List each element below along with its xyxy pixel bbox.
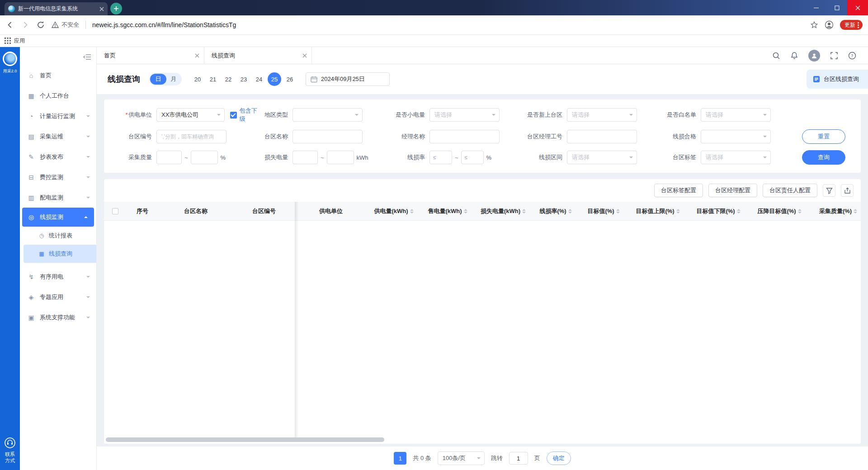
help-icon[interactable]: ?: [848, 52, 856, 60]
window-maximize-button[interactable]: [826, 0, 847, 15]
include-subordinate-checkbox[interactable]: 包含下级: [230, 107, 262, 123]
station-manager-config-button[interactable]: 台区经理配置: [708, 184, 757, 197]
browser-tab[interactable]: 新一代用电信息采集系统: [5, 2, 108, 15]
region-type-select[interactable]: [292, 108, 363, 122]
export-button[interactable]: [841, 184, 854, 197]
col-target-upper[interactable]: 目标值上限(%): [627, 202, 688, 220]
search-icon[interactable]: [772, 52, 780, 60]
sidebar-item-collection-ops[interactable]: ▤ 采集运维: [20, 126, 96, 147]
scrollbar-thumb[interactable]: [106, 437, 384, 442]
col-sold-power[interactable]: 售电量(kWh): [420, 202, 475, 220]
page-size-select[interactable]: 100条/页: [438, 451, 485, 465]
date-option[interactable]: 21: [206, 72, 220, 86]
confirm-button[interactable]: 确定: [547, 451, 571, 465]
sidebar-item-fee-control[interactable]: ⊟ 费控监测: [20, 167, 96, 187]
col-supply-power[interactable]: 供电量(kWh): [367, 202, 420, 220]
station-line-loss-query-chip[interactable]: 台区线损查询: [807, 70, 868, 89]
filter-station-no: 台区编号: [113, 130, 262, 143]
loss-power-max-input[interactable]: [327, 151, 354, 164]
content-tab-home[interactable]: 首页: [97, 47, 204, 64]
bookmark-star-icon[interactable]: [810, 21, 818, 29]
station-no-input[interactable]: [156, 130, 226, 143]
browser-tab-close-icon[interactable]: [99, 7, 104, 11]
supply-unit-select[interactable]: XX市供电公司: [156, 108, 225, 122]
sidebar-subitem-line-loss-query[interactable]: ▦ 线损查询: [24, 245, 96, 263]
jump-page-input[interactable]: [509, 452, 528, 465]
update-label: 更新: [844, 21, 855, 29]
sidebar-item-meter-reading[interactable]: ✎ 抄表发布: [20, 147, 96, 167]
window-close-button[interactable]: [847, 0, 868, 15]
date-option[interactable]: 20: [191, 72, 204, 86]
small-power-select[interactable]: 请选择: [429, 108, 500, 122]
content-tab-line-loss-query[interactable]: 线损查询: [204, 47, 312, 64]
sidebar-item-workbench[interactable]: ▦ 个人工作台: [20, 85, 96, 106]
station-tag-select[interactable]: 请选择: [701, 151, 771, 164]
sidebar-item-home[interactable]: ⌂ 首页: [20, 65, 96, 85]
loss-rate-min-input[interactable]: ≤: [429, 151, 452, 164]
apps-grid-icon[interactable]: [5, 38, 11, 44]
date-option[interactable]: 24: [252, 72, 266, 86]
sidebar-item-system-support[interactable]: ▣ 系统支撑功能: [20, 307, 96, 328]
browser-profile-icon[interactable]: [825, 20, 834, 29]
sidebar-item-special-apps[interactable]: ◈ 专题应用: [20, 287, 96, 307]
refresh-icon[interactable]: [36, 20, 45, 29]
manager-name-input[interactable]: [429, 130, 500, 143]
date-option[interactable]: 23: [237, 72, 250, 86]
manager-id-input[interactable]: [567, 130, 637, 143]
col-target-lower[interactable]: 目标值下限(%): [688, 202, 749, 220]
tab-close-icon[interactable]: [195, 53, 199, 58]
date-option[interactable]: 26: [283, 72, 297, 86]
browser-update-menu-button[interactable]: 更新: [840, 20, 863, 30]
loss-rate-max-input[interactable]: ≤: [461, 151, 484, 164]
col-collect-quality[interactable]: 采集质量(%): [810, 202, 866, 220]
whitelist-select[interactable]: 请选择: [701, 108, 771, 122]
station-tag-config-button[interactable]: 台区标签配置: [654, 184, 703, 197]
collect-quality-min-input[interactable]: [156, 151, 182, 164]
station-owner-config-button[interactable]: 台区责任人配置: [763, 184, 817, 197]
back-icon[interactable]: [5, 20, 14, 29]
chevron-down-icon: [763, 136, 767, 139]
url-text[interactable]: neweic.js.sgcc.com.cn/#/llm/line/Station…: [92, 21, 804, 28]
window-minimize-button[interactable]: [806, 0, 826, 15]
col-drop-target[interactable]: 压降目标值(%): [749, 202, 810, 220]
filter-region-type: 地区类型: [262, 108, 393, 122]
station-name-input[interactable]: [292, 130, 363, 143]
column-filter-button[interactable]: [823, 184, 835, 197]
new-tab-button[interactable]: [110, 3, 122, 14]
tab-close-icon[interactable]: [302, 53, 307, 58]
sidebar-item-metering-monitor[interactable]: ◔ 计量运行监测: [20, 106, 96, 126]
date-picker-input[interactable]: 2024年09月25日: [306, 72, 390, 86]
select-all-checkbox[interactable]: [112, 208, 118, 214]
sidebar-item-distribution-monitor[interactable]: ▥ 配电监测: [20, 187, 96, 208]
contact-block[interactable]: 联系 方式: [4, 437, 16, 464]
filter-collect-quality: 采集质量 ~ %: [113, 151, 262, 164]
filter-manager-name: 经理名称: [393, 130, 524, 143]
user-avatar[interactable]: [808, 50, 820, 62]
notification-bell-icon[interactable]: [790, 52, 798, 60]
sidebar-collapse-icon[interactable]: [83, 54, 91, 60]
security-chip[interactable]: 不安全: [52, 21, 79, 29]
sidebar-subitem-statistic-report[interactable]: ◷ 统计报表: [20, 227, 96, 245]
toggle-day[interactable]: 日: [150, 74, 166, 85]
sidebar-item-line-loss-monitor[interactable]: ◎ 线损监测: [22, 208, 94, 227]
col-loss-rate[interactable]: 线损率(%): [532, 202, 580, 220]
loss-power-min-input[interactable]: [292, 151, 318, 164]
toggle-month[interactable]: 月: [166, 75, 181, 83]
new-station-select[interactable]: 请选择: [567, 108, 637, 122]
col-target[interactable]: 目标值(%): [580, 202, 627, 220]
loss-qualified-select[interactable]: [701, 130, 771, 143]
reset-button[interactable]: 重置: [802, 129, 845, 144]
forward-icon[interactable]: [21, 20, 30, 29]
query-button[interactable]: 查询: [802, 150, 845, 165]
collect-quality-max-input[interactable]: [191, 151, 218, 164]
chevron-down-icon: [86, 136, 90, 139]
apps-bookmark-label[interactable]: 应用: [14, 37, 25, 45]
date-option-selected[interactable]: 25: [268, 72, 281, 86]
col-loss-power[interactable]: 损失电量(kWh): [475, 202, 532, 220]
loss-range-select[interactable]: 请选择: [567, 151, 637, 164]
date-option[interactable]: 22: [222, 72, 235, 86]
sidebar-item-orderly-power[interactable]: ↯ 有序用电: [20, 266, 96, 287]
page-number-button[interactable]: 1: [394, 452, 406, 465]
select-all-cell[interactable]: [104, 202, 127, 220]
fullscreen-icon[interactable]: [830, 52, 838, 60]
